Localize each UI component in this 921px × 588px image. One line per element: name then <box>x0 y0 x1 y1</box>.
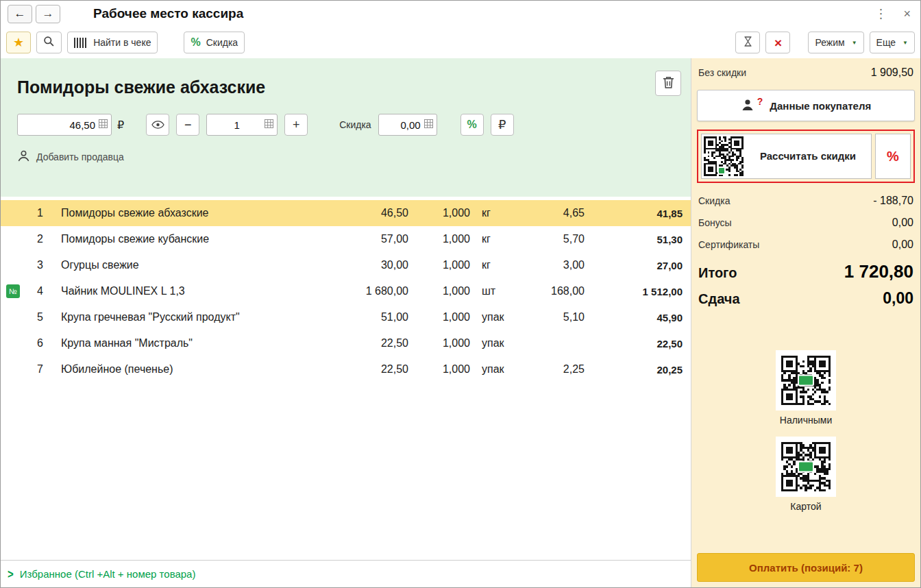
table-row[interactable]: 6 Крупа манная "Мистраль" 22,50 1,000 уп… <box>1 330 691 356</box>
no-discount-row: Без скидки 1 909,50 <box>697 64 915 82</box>
item-discount-input[interactable]: 0,00 <box>378 114 437 136</box>
card-label: Картой <box>776 501 836 512</box>
row-discount: 5,70 <box>526 233 588 245</box>
add-seller-link[interactable]: Добавить продавца <box>17 149 124 164</box>
minus-icon: − <box>184 118 192 132</box>
hourglass-icon <box>744 36 752 49</box>
row-number: 4 <box>25 285 43 297</box>
favorites-button[interactable]: ★ <box>6 32 31 53</box>
calculator-icon[interactable] <box>265 119 273 130</box>
view-item-button[interactable] <box>146 114 169 136</box>
bonuses-value: 0,00 <box>892 217 913 229</box>
row-price: 46,50 <box>336 207 412 219</box>
item-discount-label: Скидка <box>339 119 371 130</box>
total-row: Итого 1 720,80 <box>697 261 915 282</box>
calculator-icon[interactable] <box>424 119 433 130</box>
person-icon <box>17 149 30 164</box>
chevron-down-icon: ▼ <box>852 40 857 46</box>
discount-qr-badge-icon <box>717 167 726 175</box>
trash-icon <box>663 76 674 91</box>
mode-dropdown[interactable]: Режим ▼ <box>808 32 863 53</box>
cashier-workplace-window: ← → Рабочее место кассира ⋮ × ★ Найти в … <box>0 0 921 588</box>
card-icon <box>798 461 814 473</box>
toolbar: ★ Найти в чеке % Скидка × Режим ▼ <box>1 27 920 58</box>
customer-data-button[interactable]: ? Данные покупателя <box>697 90 915 121</box>
quantity-input[interactable]: 1 <box>206 114 278 136</box>
favorites-label: Избранное (Ctrl +Alt + номер товара) <box>20 568 196 580</box>
more-dropdown[interactable]: Еще ▼ <box>870 32 915 53</box>
row-unit: кг <box>474 233 526 245</box>
red-x-icon: × <box>774 36 782 49</box>
decrease-qty-button[interactable]: − <box>176 114 199 136</box>
receipt-rows: 1 Помидоры свежие абхазские 46,50 1,000 … <box>1 200 691 382</box>
percent-icon: % <box>467 119 477 131</box>
forward-arrow-icon: → <box>42 7 54 21</box>
change-row: Сдача 0,00 <box>697 289 915 308</box>
cash-qr-code <box>776 350 836 411</box>
row-total: 51,30 <box>588 234 691 245</box>
row-discount: 5,10 <box>526 311 588 323</box>
row-total: 27,00 <box>588 260 691 271</box>
back-arrow-icon: ← <box>14 7 26 21</box>
row-number: 1 <box>25 207 43 219</box>
row-total: 45,90 <box>588 312 691 323</box>
pay-button[interactable]: Оплатить (позиций: 7) <box>697 553 915 582</box>
postpone-receipt-button[interactable] <box>735 32 760 53</box>
percent-icon: % <box>887 149 899 164</box>
row-name: Юбилейное (печенье) <box>43 363 336 376</box>
mode-label: Режим <box>815 37 844 48</box>
manual-discount-button[interactable]: % <box>875 134 911 179</box>
card-qr-code <box>776 437 836 497</box>
find-in-receipt-button[interactable]: Найти в чеке <box>67 32 158 53</box>
delete-item-button[interactable] <box>655 71 681 96</box>
row-discount: 3,00 <box>526 259 588 271</box>
row-badge: № <box>6 284 20 298</box>
cash-payment-qr[interactable]: Наличными <box>776 350 836 426</box>
table-row[interactable]: 5 Крупа гречневая "Русский продукт" 51,0… <box>1 304 691 330</box>
discount-percent-toggle[interactable]: % <box>460 114 484 136</box>
plus-icon: + <box>293 118 300 132</box>
back-button[interactable]: ← <box>8 5 32 23</box>
discount-label: Скидка <box>698 195 730 206</box>
bonuses-label: Бонусы <box>698 217 732 228</box>
no-discount-value: 1 909,50 <box>871 66 913 79</box>
table-row[interactable]: 2 Помидоры свежие кубанские 57,00 1,000 … <box>1 226 691 252</box>
cancel-receipt-button[interactable]: × <box>765 32 790 53</box>
row-unit: шт <box>474 285 526 297</box>
row-qty: 1,000 <box>412 259 474 271</box>
row-number: 6 <box>25 337 43 350</box>
cash-label: Наличными <box>776 415 836 426</box>
discount-ruble-toggle[interactable]: ₽ <box>491 114 514 136</box>
forward-button[interactable]: → <box>36 5 60 23</box>
discount-qr-code <box>704 136 744 176</box>
page-title: Рабочее место кассира <box>93 6 243 21</box>
table-row[interactable]: 7 Юбилейное (печенье) 22,50 1,000 упак 2… <box>1 356 691 382</box>
calculate-discounts-label: Рассчитать скидки <box>749 150 867 163</box>
barcode-icon <box>74 38 88 48</box>
discount-button[interactable]: % Скидка <box>184 32 245 53</box>
calculator-icon[interactable] <box>99 119 108 130</box>
content: Помидоры свежие абхазские 46,50 ₽ <box>1 58 920 587</box>
eye-icon <box>151 118 164 132</box>
row-total: 20,25 <box>588 364 691 376</box>
menu-dots-icon[interactable]: ⋮ <box>872 6 889 21</box>
close-icon[interactable]: × <box>900 6 913 21</box>
payment-sidebar: Без скидки 1 909,50 ? Данные покупателя … <box>691 58 920 587</box>
table-row[interactable]: 1 Помидоры свежие абхазские 46,50 1,000 … <box>1 200 691 226</box>
price-input[interactable]: 46,50 <box>17 114 112 136</box>
row-unit: кг <box>474 259 526 271</box>
card-payment-qr[interactable]: Картой <box>776 437 836 512</box>
row-name: Крупа гречневая "Русский продукт" <box>43 311 336 323</box>
table-row[interactable]: № 4 Чайник MOULINEX L 1,3 1 680,00 1,000… <box>1 278 691 304</box>
calculate-discounts-button[interactable]: Рассчитать скидки <box>701 134 872 179</box>
row-name: Крупа манная "Мистраль" <box>43 337 336 350</box>
favorites-bar[interactable]: > Избранное (Ctrl +Alt + номер товара) <box>1 560 691 587</box>
search-icon <box>43 36 55 49</box>
customer-data-label: Данные покупателя <box>770 100 871 112</box>
receipt-area: Помидоры свежие абхазские 46,50 ₽ <box>1 58 691 587</box>
increase-qty-button[interactable]: + <box>284 114 308 136</box>
nav-arrows: ← → <box>8 5 60 23</box>
row-discount: 2,25 <box>526 363 588 376</box>
search-button[interactable] <box>36 32 62 53</box>
table-row[interactable]: 3 Огурцы свежие 30,00 1,000 кг 3,00 27,0… <box>1 252 691 278</box>
